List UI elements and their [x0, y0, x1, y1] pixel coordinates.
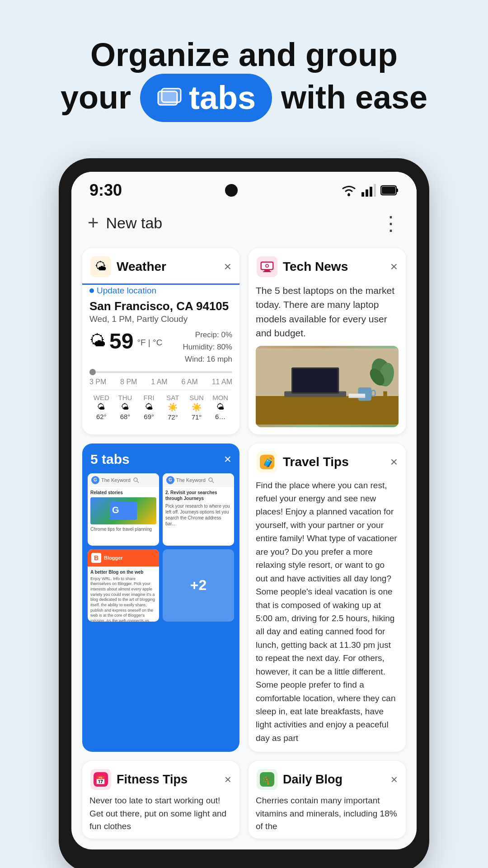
phone-screen: 9:30 [71, 172, 417, 849]
tech-news-card-content: The 5 best laptops on the market today. … [249, 283, 406, 434]
tabs-grid: 🌤 Weather × Update location San Francisc… [71, 244, 417, 761]
fitness-tips-text: Never too late to start working out! Get… [89, 796, 226, 831]
travel-tips-card-title: Travel Tips [283, 455, 385, 469]
svg-rect-18 [256, 396, 399, 425]
mini-tab-2-header: G The Keyword [163, 473, 234, 487]
forecast-sun: SUN ☀️ 71° [185, 394, 209, 421]
new-tab-button[interactable]: + New tab [88, 212, 162, 234]
svg-point-2 [347, 193, 350, 196]
weather-tab-card[interactable]: 🌤 Weather × Update location San Francisc… [82, 248, 239, 434]
travel-tips-card-content: Find the place where you can rest, refue… [249, 479, 406, 752]
humidity-label: Humidity: 80% [183, 341, 232, 353]
fitness-tips-content: Never too late to start working out! Get… [82, 794, 239, 839]
svg-text:🌴: 🌴 [262, 775, 272, 785]
forecast-sat: SAT ☀️ 72° [161, 394, 185, 421]
tech-news-close-button[interactable]: × [390, 260, 398, 273]
mini-tab-blogger[interactable]: B Blogger A better Blog on the web Enjoy… [88, 549, 159, 622]
daily-blog-icon: 🌴 [257, 769, 277, 790]
wifi-icon [341, 184, 357, 197]
plus2-badge[interactable]: +2 [163, 549, 234, 622]
weather-emoji: 🌤 [89, 331, 106, 350]
weather-timeline [89, 369, 232, 375]
tech-news-icon [257, 256, 277, 277]
more-options-button[interactable]: ⋮ [381, 212, 400, 235]
fitness-tips-card[interactable]: 📅 Fitness Tips × Never too late to start… [82, 761, 239, 839]
mini-tab-1[interactable]: G The Keyword Related stories G [88, 473, 159, 546]
svg-rect-24 [348, 393, 365, 396]
mini-tab-1-header: G The Keyword [88, 473, 159, 487]
forecast-fri: FRI 🌤 69° [137, 394, 161, 421]
five-tabs-title: 5 tabs [90, 452, 130, 467]
svg-rect-1 [162, 89, 181, 102]
tech-news-card-title: Tech News [283, 259, 385, 274]
status-bar: 9:30 [71, 172, 417, 204]
weather-close-button[interactable]: × [224, 260, 231, 273]
search-icon-mini-2 [207, 476, 215, 484]
svg-rect-9 [382, 187, 395, 194]
timeline-dot [89, 369, 96, 375]
forecast-thu: THU 🌤 68° [113, 394, 137, 421]
hero-line2-pre: your [61, 79, 131, 115]
svg-line-31 [137, 481, 139, 483]
weather-card-title: Weather [117, 259, 219, 274]
battery-icon [380, 184, 399, 196]
weather-temperature: 59 [109, 329, 133, 354]
tabs-badge: tabs [140, 74, 272, 122]
phone-mockup: 9:30 [59, 158, 429, 868]
tech-news-tab-card[interactable]: Tech News × The 5 best laptops on the ma… [249, 248, 406, 434]
weather-city: San Francisco, CA 94105 [89, 299, 232, 313]
mini-tab-2-url: The Keyword [176, 477, 206, 483]
svg-point-34 [209, 478, 212, 481]
fitness-tips-header: 📅 Fitness Tips × [82, 761, 239, 794]
five-tabs-header: 5 tabs × [82, 443, 239, 473]
weather-card-content: Update location San Francisco, CA 94105 … [82, 286, 239, 429]
svg-rect-25 [348, 396, 365, 398]
svg-rect-21 [293, 369, 338, 392]
fitness-tips-close-button[interactable]: × [225, 773, 231, 787]
daily-blog-header: 🌴 Daily Blog × [249, 761, 406, 794]
svg-rect-6 [374, 184, 376, 197]
svg-rect-29 [383, 391, 387, 401]
weather-update-location[interactable]: Update location [89, 286, 232, 296]
update-location-label: Update location [97, 286, 156, 296]
mini-tab-1-image: G [90, 497, 156, 524]
plus-icon: + [88, 212, 99, 234]
weather-unit: °F | °C [137, 338, 162, 348]
new-tab-label: New tab [106, 214, 163, 232]
travel-tips-icon: 🧳 [257, 452, 277, 472]
weather-icon: 🌤 [90, 256, 111, 277]
time-8pm: 8 PM [120, 378, 137, 386]
five-tabs-card[interactable]: 5 tabs × G The Keyword Related stories [82, 443, 239, 752]
tech-news-text: The 5 best laptops on the market today. … [256, 283, 399, 340]
mini-tab-1-url: The Keyword [101, 477, 131, 483]
five-tabs-close-button[interactable]: × [224, 452, 231, 467]
svg-text:G: G [112, 505, 119, 515]
travel-tips-card-header: 🧳 Travel Tips × [249, 443, 406, 479]
svg-rect-3 [361, 192, 364, 197]
hero-section: Organize and group your tabs with ease [0, 0, 488, 140]
travel-tips-tab-card[interactable]: 🧳 Travel Tips × Find the place where you… [249, 443, 406, 752]
google-logo-2: G [166, 476, 174, 484]
svg-rect-11 [264, 270, 270, 271]
travel-tips-close-button[interactable]: × [390, 456, 398, 468]
daily-blog-close-button[interactable]: × [391, 773, 398, 787]
hero-text: Organize and group your tabs with ease [0, 0, 488, 140]
svg-rect-5 [370, 187, 372, 197]
timeline-bar [96, 371, 232, 373]
camera-cutout [225, 184, 238, 197]
location-dot [89, 288, 94, 293]
time-1am: 1 AM [151, 378, 167, 386]
daily-blog-card[interactable]: 🌴 Daily Blog × Cherries contain many imp… [249, 761, 406, 839]
tabs-badge-label: tabs [189, 79, 256, 117]
status-icons [341, 184, 399, 197]
mini-tab-2[interactable]: G The Keyword 2. Revisit your searches t… [163, 473, 234, 546]
weather-temp-left: 🌤 59 °F | °C [89, 329, 162, 354]
blogger-header: B Blogger [88, 549, 159, 566]
svg-rect-4 [366, 189, 368, 197]
weather-condition: Wed, 1 PM, Partly Cloudy [89, 314, 232, 324]
tech-news-card-header: Tech News × [249, 248, 406, 283]
svg-rect-12 [263, 271, 271, 272]
time-11am: 11 AM [212, 378, 232, 386]
weather-card-header: 🌤 Weather × [82, 248, 239, 283]
chrome-header: + New tab ⋮ [71, 204, 417, 244]
